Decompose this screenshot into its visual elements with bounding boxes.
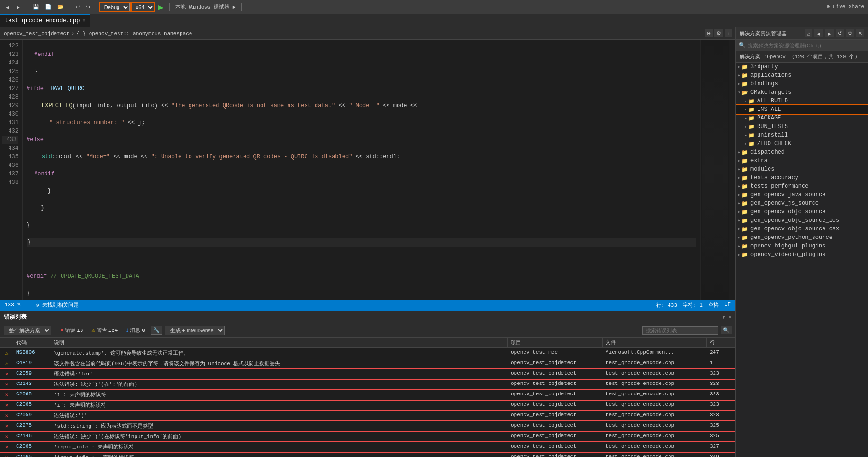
scope-select[interactable]: 整个解决方案 [4, 326, 51, 335]
live-share-button[interactable]: ⊕ Live Share [827, 3, 864, 9]
forward-button[interactable]: ► [14, 3, 23, 11]
row-desc: 语法错误: 缺少')'(在标识符'input_info'的前面) [51, 431, 508, 441]
sidebar-item-gen_opencv_python_source[interactable]: ▸ 📁 gen_opencv_python_source [736, 233, 868, 242]
table-row[interactable]: ⚠ C4819 该文件包含在当前代码页(936)中表示的字符，请将该文件保存为 … [0, 358, 735, 369]
sidebar-close-button[interactable]: ✕ [856, 29, 864, 37]
warning-badge[interactable]: ⚠ 警告 164 [89, 326, 120, 335]
new-file-button[interactable]: 📄 [43, 3, 54, 11]
editor-and-panel: opencv_test_objdetect › { } opencv_test:… [0, 27, 868, 457]
sidebar-item-cmaketargets[interactable]: ▾ 📂 CMakeTargets [736, 88, 868, 97]
folder-icon: 📁 [741, 235, 748, 241]
table-row[interactable]: ✕ C2065 'i': 未声明的标识符 opencv_test_objdete… [0, 390, 735, 400]
table-row[interactable]: ✕ C2143 语法错误: 缺少')'(在':'的前面) opencv_test… [0, 379, 735, 390]
sidebar-item-uninstall[interactable]: ▸ 📁 uninstall [736, 131, 868, 139]
table-row[interactable]: ✕ C2059 语法错误:'for' opencv_test_objdetect… [0, 369, 735, 379]
sidebar-item-all_build[interactable]: ▸ 📁 ALL_BUILD [736, 97, 868, 105]
sidebar-item-gen_opencv_objc_source[interactable]: ▸ 📁 gen_opencv_objc_source [736, 208, 868, 216]
build-select[interactable]: 生成 + IntelliSense [165, 326, 225, 335]
sidebar-item-package[interactable]: ▸ 📁 PACKAGE [736, 114, 868, 122]
tab-filename: test_qrcode_encode.cpp [5, 18, 80, 24]
zoom-level: 133 % [5, 302, 20, 308]
sidebar-item-gen_opencv_objc_source_ios[interactable]: ▸ 📁 gen_opencv_objc_source_ios [736, 216, 868, 225]
info-badge[interactable]: ℹ 消息 0 [123, 326, 148, 335]
editor-vertical-scrollbar[interactable] [729, 40, 735, 300]
sep3 [96, 3, 96, 11]
folder-icon: 📁 [748, 107, 755, 113]
error-badge[interactable]: ✕ 错误 13 [57, 326, 86, 335]
table-row[interactable]: ⚠ MSB806 \generate.stamp', 这可能会导致生成无法正常工… [0, 348, 735, 358]
row-icon: ⚠ [0, 348, 13, 358]
open-button[interactable]: 📂 [55, 3, 66, 11]
arch-select[interactable]: x64 [132, 3, 154, 11]
tree-arrow-icon: ▸ [738, 226, 741, 232]
sidebar-item-opencv_highgui_plugins[interactable]: ▸ 📁 opencv_highgui_plugins [736, 242, 868, 250]
sidebar-item-install[interactable]: ▸ 📁 INSTALL [736, 105, 868, 114]
folder-icon: 📁 [741, 166, 748, 173]
sidebar-forward-button[interactable]: ► [825, 29, 834, 37]
undo-button[interactable]: ↩ [74, 3, 82, 11]
sidebar-item-3rdparty[interactable]: ▸ 📁 3rdparty [736, 63, 868, 71]
row-desc: \generate.stamp', 这可能会导致生成无法正常工作。 [51, 348, 508, 358]
table-row[interactable]: ✕ C2059 语法错误:')' opencv_test_objdetect t… [0, 411, 735, 421]
tree-item-label: gen_opencv_objc_source_osx [750, 226, 839, 232]
sidebar-item-applications[interactable]: ▸ 📁 applications [736, 71, 868, 80]
tree-arrow-icon: ▸ [744, 98, 747, 104]
solution-explorer: 解决方案资源管理器 ⌂ ◄ ► ↺ ⚙ ✕ 🔍 解决方案 'OpenCV' (1… [735, 27, 868, 457]
sidebar-back-button[interactable]: ◄ [814, 29, 823, 37]
sidebar-refresh-button[interactable]: ↺ [836, 29, 844, 37]
sidebar-item-tests-accuracy[interactable]: ▸ 📁 tests accuracy [736, 174, 868, 182]
save-button[interactable]: 💾 [31, 3, 41, 11]
back-button[interactable]: ◄ [3, 3, 12, 11]
sidebar-item-bindings[interactable]: ▸ 📁 bindings [736, 80, 868, 88]
sidebar-item-modules[interactable]: ▸ 📁 modules [736, 165, 868, 174]
sidebar-search-box[interactable]: 🔍 [736, 40, 868, 51]
line-numbers: 422423424425426 427428429430431 432433 4… [0, 40, 23, 300]
filter-button[interactable]: 🔧 [151, 326, 162, 335]
tab-close-button[interactable]: × [82, 18, 85, 24]
redo-button[interactable]: ↪ [84, 3, 92, 11]
row-icon: ✕ [0, 369, 13, 379]
row-code: C2146 [13, 431, 51, 441]
active-tab[interactable]: test_qrcode_encode.cpp × [0, 14, 90, 27]
table-row[interactable]: ✕ C2275 'std::string': 应为表达式而不是类型 opencv… [0, 421, 735, 431]
row-project: opencv_test_objdetect [508, 358, 603, 368]
run-button[interactable]: ▶ [156, 2, 165, 12]
breadcrumb-namespace: { } opencv_test:: anonymous-namespace [76, 31, 192, 37]
sidebar-item-run_tests[interactable]: ▸ 📁 RUN_TESTS [736, 122, 868, 131]
sidebar-settings-button[interactable]: ⚙ [846, 29, 854, 37]
collapse-button[interactable]: ⊖ [705, 29, 713, 37]
table-row[interactable]: ✕ C2065 'i': 未声明的标识符 opencv_test_objdete… [0, 400, 735, 411]
table-row[interactable]: ✕ C2146 语法错误: 缺少')'(在标识符'input_info'的前面)… [0, 431, 735, 442]
sidebar-item-tests-performance[interactable]: ▸ 📁 tests performance [736, 182, 868, 191]
search-icon-button[interactable]: 🔍 [721, 326, 732, 334]
panel-close-button[interactable]: ▼ ✕ [722, 314, 732, 320]
debug-config-select[interactable]: Debug [100, 3, 130, 11]
row-project: opencv_test_mcc [508, 348, 603, 358]
sidebar-item-zero_check[interactable]: ▸ 📁 ZERO_CHECK [736, 139, 868, 148]
tree-arrow-icon: ▸ [738, 209, 741, 215]
table-row[interactable]: ✕ C2065 'input_info': 未声明的标识符 opencv_tes… [0, 442, 735, 452]
sidebar-search-input[interactable] [748, 43, 865, 48]
sidebar-home-button[interactable]: ⌂ [805, 29, 813, 37]
code-content[interactable]: #endif } #ifdef HAVE_QUIRC EXPECT_EQ(inp… [23, 40, 700, 300]
col-header-line: 行 [707, 338, 735, 347]
file-tree: ▸ 📁 3rdparty ▸ 📁 applications ▸ 📁 bindin… [736, 63, 868, 457]
error-filter-input[interactable] [642, 326, 718, 335]
panel-header: 错误列表 ▼ ✕ [0, 311, 735, 323]
settings-button[interactable]: ⚙ [714, 29, 723, 37]
table-row[interactable]: ✕ C2065 'input_info': 未声明的标识符 opencv_tes… [0, 452, 735, 457]
row-line: 323 [707, 379, 735, 389]
sidebar-item-gen_opencv_objc_source_osx[interactable]: ▸ 📁 gen_opencv_objc_source_osx [736, 225, 868, 233]
sidebar-item-gen_opencv_js_source[interactable]: ▸ 📁 gen_opencv_js_source [736, 199, 868, 208]
row-code: C2143 [13, 379, 51, 389]
sidebar-item-opencv_videoio_plugins[interactable]: ▸ 📁 opencv_videoio_plugins [736, 250, 868, 259]
row-icon: ✕ [0, 431, 13, 441]
row-icon: ✕ [0, 379, 13, 389]
sidebar-item-extra[interactable]: ▸ 📁 extra [736, 156, 868, 165]
error-rows: ⚠ MSB806 \generate.stamp', 这可能会导致生成无法正常工… [0, 348, 735, 457]
row-icon: ✕ [0, 411, 13, 420]
add-button[interactable]: + [725, 29, 732, 37]
sidebar-item-gen_opencv_java_source[interactable]: ▸ 📁 gen_opencv_java_source [736, 191, 868, 199]
error-toolbar: 整个解决方案 ✕ 错误 13 ⚠ 警告 164 ℹ 消 [0, 323, 735, 338]
sidebar-item-dispatched[interactable]: ▸ 📁 dispatched [736, 148, 868, 156]
